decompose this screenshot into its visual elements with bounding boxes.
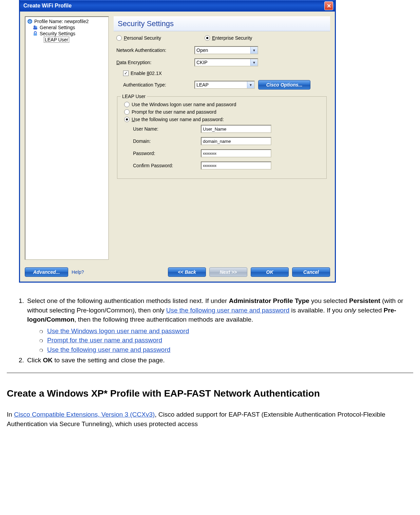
text: is available. If you xyxy=(289,307,344,314)
create-wifi-profile-dialog: Create WiFi Profile ✕ Profile Name: newp… xyxy=(19,0,336,283)
username-input[interactable]: User_Name xyxy=(201,125,271,133)
leap-opt-following[interactable]: Use the following user name and password… xyxy=(121,117,323,122)
tree-profile-name[interactable]: Profile Name: newprofile2 xyxy=(26,18,108,24)
data-encryption-label: DData Encryption:ata Encryption: xyxy=(116,60,194,65)
sub-link-prompt[interactable]: Prompt for the user name and password xyxy=(47,337,162,344)
chevron-down-icon: ▼ xyxy=(250,47,257,54)
sub-link-windows-logon[interactable]: Use the Windows logon user name and pass… xyxy=(47,327,189,335)
button-label: << Back xyxy=(178,269,196,275)
chevron-down-icon: ▼ xyxy=(247,81,254,88)
svg-point-3 xyxy=(36,26,37,28)
text: you selected xyxy=(309,297,349,304)
dialog-footer: Advanced... Help? << Back Next >> OK Can… xyxy=(20,265,335,282)
separator xyxy=(7,373,413,373)
button-label: Next >> xyxy=(220,269,237,275)
radio-label: PPersonal Securityersonal Security xyxy=(124,35,161,41)
combo-value: CKIP xyxy=(196,60,208,65)
cancel-button[interactable]: Cancel xyxy=(292,267,330,277)
personal-security-radio[interactable]: PPersonal Securityersonal Security xyxy=(116,35,201,41)
step-list: Select one of the following authenticati… xyxy=(7,296,413,365)
lock-icon xyxy=(32,31,38,36)
window-title: Create WiFi Profile xyxy=(23,3,324,9)
tree-label: General Settings xyxy=(40,25,75,30)
document-body: Select one of the following authenticati… xyxy=(0,296,420,429)
enable-8021x-checkbox[interactable] xyxy=(123,71,129,76)
text: Select one of the following authenticati… xyxy=(27,297,229,304)
input-value: User_Name xyxy=(203,127,226,132)
text: , then the following three authenticatio… xyxy=(74,316,253,323)
leap-opt-prompt[interactable]: Prompt for the user name and password xyxy=(121,109,323,115)
input-value: xxxxxxxx xyxy=(203,152,216,155)
text: Click xyxy=(27,357,43,364)
domain-input[interactable]: domain_name xyxy=(201,137,271,145)
radio-icon xyxy=(124,109,130,115)
auth-type-combo[interactable]: LEAP ▼ xyxy=(194,81,255,89)
next-button[interactable]: Next >> xyxy=(209,267,247,277)
leap-user-group: LEAP User Use the Windows logon user nam… xyxy=(117,94,327,179)
username-label: User Name: xyxy=(133,126,201,132)
text: In xyxy=(7,411,14,418)
network-auth-combo[interactable]: Open ▼ xyxy=(194,46,258,54)
close-button[interactable]: ✕ xyxy=(324,1,333,10)
input-value: xxxxxxxx xyxy=(203,164,216,168)
section-header: Security Settings xyxy=(114,16,330,31)
help-link[interactable]: Help? xyxy=(72,269,84,275)
confirm-password-input[interactable]: xxxxxxxx xyxy=(201,161,271,170)
svg-point-0 xyxy=(27,19,32,24)
data-encryption-combo[interactable]: CKIP ▼ xyxy=(194,58,258,66)
confirm-password-label: Confirm Password: xyxy=(133,163,201,168)
button-label: Cancel xyxy=(303,269,319,275)
enable-8021x-label: Enable 802.1XEnable 802.1X xyxy=(131,71,162,76)
ok-button[interactable]: OK xyxy=(251,267,289,277)
svg-point-1 xyxy=(30,22,31,23)
radio-icon xyxy=(124,102,130,107)
text: only xyxy=(344,307,356,314)
radio-icon xyxy=(124,117,130,122)
tree-general-settings[interactable]: General Settings xyxy=(26,24,108,31)
input-value: domain_name xyxy=(203,139,231,144)
radio-label: Use the following user name and password… xyxy=(132,117,224,122)
cisco-options-button[interactable]: Cisco Options... xyxy=(258,80,310,90)
svg-rect-5 xyxy=(34,33,37,36)
text: Persistent xyxy=(349,297,380,304)
radio-label: Prompt for the user name and password xyxy=(132,109,216,115)
radio-icon xyxy=(116,35,122,41)
combo-value: Open xyxy=(196,47,208,53)
people-icon xyxy=(32,25,38,30)
close-icon: ✕ xyxy=(327,3,331,9)
ccxv3-link[interactable]: Cisco Compatible Extensions, Version 3 (… xyxy=(14,411,155,418)
wifi-icon xyxy=(27,19,33,24)
password-label: Password: xyxy=(133,151,201,156)
tree-leap-user[interactable]: LEAP User xyxy=(26,37,108,43)
use-following-link[interactable]: Use the following user name and password xyxy=(166,307,289,314)
paragraph: In Cisco Compatible Extensions, Version … xyxy=(7,410,413,428)
list-item: Prompt for the user name and password xyxy=(39,336,413,345)
radio-icon xyxy=(205,35,210,41)
button-label: Cisco Options... xyxy=(266,82,303,88)
leap-opt-windows-logon[interactable]: Use the Windows logon user name and pass… xyxy=(121,102,323,107)
password-input[interactable]: xxxxxxxx xyxy=(201,149,271,157)
back-button[interactable]: << Back xyxy=(168,267,206,277)
text: to save the setting and close the page. xyxy=(53,357,165,364)
sub-link-use-following[interactable]: Use the following user name and password xyxy=(47,346,170,353)
profile-tree[interactable]: Profile Name: newprofile2 General Settin… xyxy=(25,16,109,260)
security-settings-form: PPersonal Securityersonal Security EEnte… xyxy=(114,31,330,260)
svg-point-2 xyxy=(34,25,36,27)
radio-label: EEnterprise Securitynterprise Security xyxy=(212,35,252,41)
tree-security-settings[interactable]: Security Settings xyxy=(26,31,108,37)
tree-label: Profile Name: newprofile2 xyxy=(34,19,89,24)
section-heading: Create a Windows XP* Profile with EAP-FA… xyxy=(7,387,413,401)
list-item: Use the Windows logon user name and pass… xyxy=(39,326,413,336)
combo-value: LEAP xyxy=(196,82,209,88)
tree-label: LEAP User xyxy=(44,37,69,43)
auth-type-label: Authentication Type: xyxy=(123,82,194,88)
enterprise-security-radio[interactable]: EEnterprise Securitynterprise Security xyxy=(205,35,252,41)
button-label: OK xyxy=(266,269,273,275)
sub-list: Use the Windows logon user name and pass… xyxy=(27,326,413,355)
advanced-button[interactable]: Advanced... xyxy=(25,267,68,277)
fieldset-legend: LEAP User xyxy=(121,94,147,99)
list-item: Use the following user name and password xyxy=(39,345,413,355)
title-bar[interactable]: Create WiFi Profile ✕ xyxy=(20,0,335,12)
tree-label: Security Settings xyxy=(40,31,75,36)
text: Administrator Profile Type xyxy=(229,297,309,304)
